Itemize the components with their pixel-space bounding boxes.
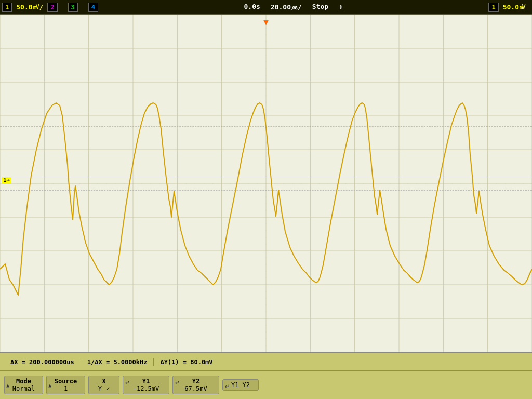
y1-label: Y1 bbox=[142, 378, 150, 385]
trigger-arrow: ↕ bbox=[339, 3, 343, 12]
time-scale[interactable]: 20.00㎲/ bbox=[271, 3, 302, 12]
inv-delta-x-measurement: 1/ΔX = 5.0000kHz bbox=[81, 358, 154, 366]
y1-button[interactable]: ↩ Y1 -12.5mV bbox=[123, 376, 169, 394]
y-label: Y bbox=[98, 385, 102, 392]
mode-arrow-icon: ▲ bbox=[6, 382, 9, 388]
time-offset[interactable]: 0.0s bbox=[244, 3, 260, 12]
ch2-indicator[interactable]: 2 bbox=[47, 3, 57, 12]
ch1-scale[interactable]: 50.0㎷/ bbox=[12, 3, 47, 12]
y1-undo-icon: ↩ bbox=[125, 378, 129, 387]
y-check: ✓ bbox=[106, 385, 110, 392]
y2-button[interactable]: ↩ Y2 67.5mV bbox=[172, 376, 219, 394]
ch1-indicator[interactable]: 1 bbox=[2, 3, 12, 12]
delta-x-measurement: ΔX = 200.000000us bbox=[4, 358, 81, 366]
mode-value: Normal bbox=[12, 385, 35, 392]
ch4-indicator[interactable]: 4 bbox=[88, 3, 98, 12]
measurement-bar: ΔX = 200.000000us 1/ΔX = 5.0000kHz ΔY(1)… bbox=[0, 352, 532, 370]
mode-button[interactable]: ▲ Mode Normal bbox=[4, 376, 43, 394]
y1y2-label: Y1 Y2 bbox=[231, 381, 250, 389]
run-stop[interactable]: Stop bbox=[312, 3, 328, 12]
oscilloscope-display: ▼ 1→ bbox=[0, 15, 532, 352]
source-label: Source bbox=[55, 378, 77, 385]
xy-button[interactable]: X Y ✓ bbox=[88, 376, 119, 394]
ch1-right-scale[interactable]: 50.0㎷ bbox=[499, 3, 530, 12]
mode-label: Mode bbox=[16, 378, 31, 385]
waveform-svg bbox=[0, 15, 532, 352]
y2-label: Y2 bbox=[192, 378, 200, 385]
button-bar: ▲ Mode Normal ▲ Source 1 X Y ✓ ↩ Y1 -12.… bbox=[0, 370, 532, 399]
timebase-info: 0.0s 20.00㎲/ Stop ↕ bbox=[98, 3, 488, 12]
top-bar: 1 50.0㎷/ 2 3 4 0.0s 20.00㎲/ Stop ↕ 1 50.… bbox=[0, 0, 532, 15]
y2-undo-icon: ↩ bbox=[175, 378, 179, 387]
y1y2-undo-icon: ↩ bbox=[225, 382, 229, 390]
source-value: 1 bbox=[64, 385, 68, 392]
source-arrow-icon: ▲ bbox=[48, 382, 51, 388]
ch3-indicator[interactable]: 3 bbox=[68, 3, 78, 12]
source-button[interactable]: ▲ Source 1 bbox=[46, 376, 85, 394]
x-label: X bbox=[102, 378, 105, 385]
y2-value: 67.5mV bbox=[184, 385, 207, 392]
delta-y-measurement: ΔY(1) = 80.0mV bbox=[154, 358, 219, 366]
ch1-right-indicator[interactable]: 1 bbox=[488, 3, 498, 12]
y1y2-button[interactable]: ↩ Y1 Y2 bbox=[222, 379, 259, 391]
y1-value: -12.5mV bbox=[133, 385, 159, 392]
